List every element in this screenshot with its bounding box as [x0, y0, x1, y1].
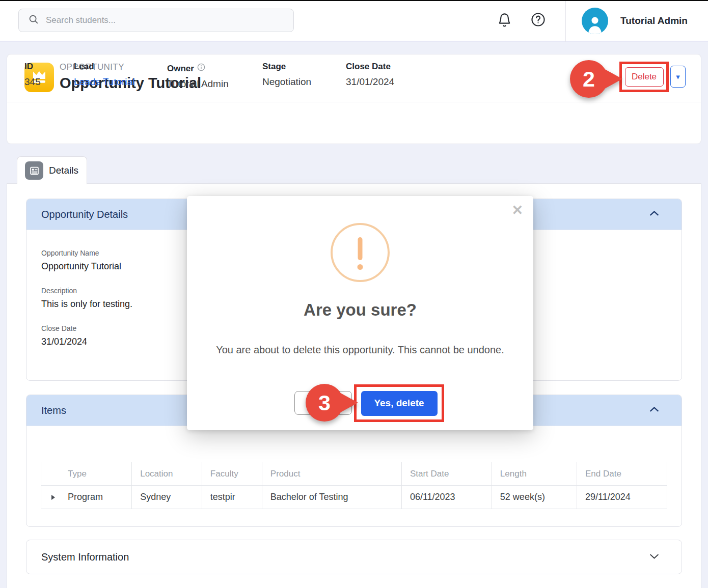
notifications-button[interactable] — [496, 12, 513, 30]
bell-icon — [497, 13, 512, 29]
warning-icon — [331, 223, 390, 282]
info-icon — [197, 63, 205, 74]
chevron-up-icon — [647, 207, 661, 222]
cell-length: 52 week(s) — [492, 486, 577, 509]
user-menu[interactable]: Tutorial Admin — [582, 8, 688, 34]
close-icon[interactable]: ✕ — [511, 202, 523, 218]
confirm-delete-button[interactable]: Yes, delete — [361, 391, 438, 416]
column-faculty: Faculty — [202, 462, 262, 486]
topbar-divider — [565, 0, 566, 42]
cell-start-date: 06/11/2023 — [401, 486, 492, 509]
search-input[interactable] — [46, 15, 270, 25]
avatar — [582, 8, 608, 34]
callout-step-3: 3 — [305, 383, 358, 422]
help-button[interactable] — [529, 11, 547, 30]
section-title: Opportunity Details — [41, 209, 128, 220]
row-expand-icon[interactable] — [51, 495, 55, 500]
cell-product: Bachelor of Testing — [262, 486, 401, 509]
column-end-date: End Date — [577, 462, 667, 486]
meta-id: ID 345 — [24, 62, 41, 88]
cell-end-date: 29/11/2024 — [577, 486, 667, 509]
confirm-delete-dialog: ✕ Are you sure? You are about to delete … — [187, 196, 533, 430]
column-length: Length — [492, 462, 577, 486]
column-product: Product — [262, 462, 401, 486]
meta-close-date: Close Date 31/01/2024 — [346, 62, 394, 88]
cell-location: Sydney — [132, 486, 202, 509]
column-start-date: Start Date — [401, 462, 492, 486]
section-title: System Information — [41, 551, 129, 563]
items-table: Type Location Faculty Product Start Date… — [41, 462, 667, 509]
table-header-row: Type Location Faculty Product Start Date… — [41, 462, 667, 486]
lead-link[interactable]: Leads Tutorial — [74, 76, 134, 88]
meta-owner: Owner Tutorial Admin — [167, 63, 229, 90]
section-title: Items — [41, 405, 66, 416]
table-row[interactable]: Program Sydney testpir Bachelor of Testi… — [41, 486, 667, 509]
meta-lead: Lead Leads Tutorial — [74, 62, 134, 88]
chevron-down-icon — [647, 549, 661, 565]
delete-highlight-box: Delete — [619, 62, 669, 92]
search-icon — [28, 14, 39, 27]
tab-details-label: Details — [49, 165, 78, 176]
help-icon — [530, 12, 546, 29]
chevron-down-icon: ▾ — [676, 72, 680, 81]
system-information-card[interactable]: System Information — [26, 540, 682, 574]
tab-details[interactable]: Details — [17, 156, 87, 184]
search-box[interactable] — [18, 9, 294, 32]
topbar: Tutorial Admin — [0, 0, 708, 42]
column-location: Location — [132, 462, 202, 486]
column-type: Type — [41, 462, 132, 486]
dialog-title: Are you sure? — [187, 300, 533, 320]
meta-stage: Stage Negotiation — [262, 62, 311, 88]
cell-type: Program — [41, 486, 132, 509]
dialog-message: You are about to delete this opportunity… — [207, 343, 513, 357]
window-top-edge — [0, 0, 708, 1]
delete-button[interactable]: Delete — [625, 67, 664, 87]
cell-faculty: testpir — [202, 486, 262, 509]
chevron-up-icon — [647, 403, 661, 418]
user-name: Tutorial Admin — [620, 15, 688, 26]
collapse-button[interactable] — [647, 403, 661, 418]
callout-step-2: 2 — [569, 60, 622, 98]
confirm-highlight-box: Yes, delete — [354, 384, 444, 422]
delete-dropdown-button[interactable]: ▾ — [670, 66, 686, 88]
collapse-button[interactable] — [647, 207, 661, 222]
details-doc-icon — [25, 161, 43, 180]
page: Tutorial Admin OPPORTUNITY Opportunity T… — [0, 0, 708, 588]
